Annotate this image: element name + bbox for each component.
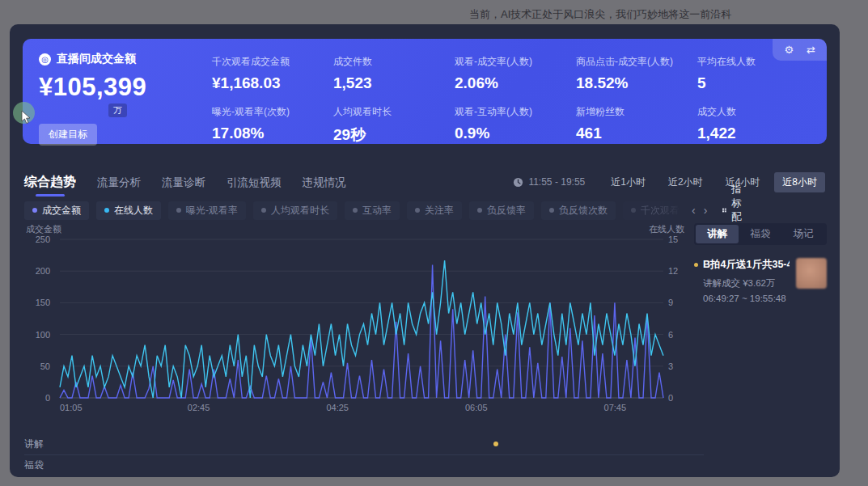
main-tab-4[interactable]: 违规情况 bbox=[303, 175, 346, 190]
grid-icon bbox=[722, 205, 726, 215]
metric-1: 成交件数1,523 bbox=[333, 55, 448, 92]
time-range-text: 11:55 - 19:55 bbox=[528, 176, 585, 188]
y-tick-left: 0 bbox=[10, 393, 50, 403]
metric-label: 千次观看成交金额 bbox=[212, 55, 327, 69]
time-range-button-1[interactable]: 近2小时 bbox=[660, 172, 711, 192]
legend-chip-5[interactable]: 关注率 bbox=[407, 201, 462, 220]
metric-label: 曝光-观看率(次数) bbox=[212, 105, 327, 119]
time-range-button-0[interactable]: 近1小时 bbox=[603, 172, 654, 192]
metric-8: 新增粉丝数461 bbox=[576, 105, 691, 146]
left-axis-title: 成交金额 bbox=[26, 223, 61, 235]
y-tick-right: 15 bbox=[668, 235, 678, 244]
scroll-next-icon[interactable]: › bbox=[704, 204, 708, 217]
legend-dot bbox=[477, 208, 482, 213]
legend-chip-label: 在线人数 bbox=[114, 204, 153, 218]
metric-value: 17.08% bbox=[212, 125, 327, 142]
legend-chip-8[interactable]: 千次观看 bbox=[623, 201, 683, 220]
legend-chip-2[interactable]: 曝光-观看率 bbox=[168, 201, 246, 220]
metric-label: 成交件数 bbox=[333, 55, 448, 69]
metric-value: 1,422 bbox=[697, 125, 812, 142]
panel-tab-0[interactable]: 讲解 bbox=[696, 225, 739, 243]
legend-chip-7[interactable]: 负反馈次数 bbox=[541, 201, 616, 220]
item-time-range: 06:49:27 ~ 19:55:48 bbox=[703, 294, 790, 303]
legend-chip-3[interactable]: 人均观看时长 bbox=[253, 201, 337, 220]
panel-tab-1[interactable]: 福袋 bbox=[739, 225, 781, 243]
legend-chip-0[interactable]: 成交金额 bbox=[24, 201, 89, 220]
metric-2: 观看-成交率(人数)2.06% bbox=[455, 55, 569, 92]
x-tick: 01:05 bbox=[60, 403, 83, 412]
legend-chip-1[interactable]: 在线人数 bbox=[96, 201, 161, 220]
metric-value: 18.52% bbox=[576, 74, 691, 92]
trend-chart-plot[interactable] bbox=[60, 239, 663, 398]
metric-7: 观看-互动率(人数)0.9% bbox=[455, 105, 569, 146]
track-label: 讲解 bbox=[24, 437, 44, 451]
y-tick-left: 100 bbox=[10, 330, 50, 340]
x-tick: 07:45 bbox=[604, 403, 627, 412]
y-tick-right: 3 bbox=[668, 361, 673, 371]
legend-chip-label: 千次观看 bbox=[641, 204, 680, 218]
metric-value: 2.06% bbox=[455, 74, 569, 92]
gmv-value: ¥105,399 bbox=[39, 73, 201, 102]
legend-chips: 成交金额在线人数曝光-观看率人均观看时长互动率关注率负反馈率负反馈次数千次观看 bbox=[24, 201, 683, 220]
main-tab-0[interactable]: 综合趋势 bbox=[24, 174, 76, 191]
main-tabs: 综合趋势流量分析流量诊断引流短视频违规情况 bbox=[24, 174, 346, 191]
main-tab-1[interactable]: 流量分析 bbox=[97, 175, 141, 190]
y-tick-right: 9 bbox=[668, 298, 673, 307]
gmv-banner: ◎ 直播间成交金额 ¥105,399 万 创建目标 千次观看成交金额¥1,168… bbox=[23, 39, 827, 144]
item-body: B拍4斤送1斤共35-4... 讲解成交 ¥3.62万 06:49:27 ~ 1… bbox=[703, 258, 790, 303]
target-icon: ◎ bbox=[39, 53, 51, 66]
product-thumbnail bbox=[796, 258, 827, 289]
legend-chip-label: 关注率 bbox=[425, 204, 454, 218]
gmv-unit-badge: 万 bbox=[108, 104, 127, 117]
gmv-title-row: ◎ 直播间成交金额 bbox=[39, 52, 201, 66]
metric-label: 商品点击-成交率(人数) bbox=[576, 55, 691, 69]
legend-chip-label: 成交金额 bbox=[42, 204, 81, 218]
scroll-prev-icon[interactable]: ‹ bbox=[692, 204, 696, 217]
legend-dot bbox=[104, 208, 109, 213]
metric-label: 新增粉丝数 bbox=[576, 105, 691, 119]
create-goal-button[interactable]: 创建目标 bbox=[39, 124, 97, 146]
explain-item[interactable]: B拍4斤送1斤共35-4... 讲解成交 ¥3.62万 06:49:27 ~ 1… bbox=[694, 258, 827, 303]
series-line-gmv bbox=[60, 264, 663, 398]
y-tick-left: 200 bbox=[10, 266, 50, 276]
event-tracks: 讲解福袋 bbox=[24, 433, 704, 475]
legend-dot bbox=[415, 208, 420, 213]
trend-chart-svg bbox=[60, 239, 663, 398]
swap-icon[interactable]: ⇄ bbox=[807, 44, 815, 56]
trend-chart-area: 成交金额 在线人数 25020015010050015129630 01:050… bbox=[10, 222, 704, 420]
legend-row: 成交金额在线人数曝光-观看率人均观看时长互动率关注率负反馈率负反馈次数千次观看 … bbox=[24, 201, 696, 219]
legend-dot bbox=[176, 208, 181, 213]
track-row-1: 福袋 bbox=[24, 454, 704, 475]
legend-dot bbox=[549, 208, 554, 213]
item-status-dot bbox=[694, 263, 698, 267]
legend-chip-label: 负反馈率 bbox=[487, 204, 526, 218]
panel-tab-2[interactable]: 场记 bbox=[782, 225, 825, 243]
metric-3: 商品点击-成交率(人数)18.52% bbox=[576, 55, 691, 92]
gear-icon[interactable]: ⚙ bbox=[784, 44, 794, 56]
track-label: 福袋 bbox=[24, 459, 44, 472]
y-tick-right: 0 bbox=[668, 393, 673, 403]
x-tick: 02:45 bbox=[188, 403, 210, 412]
y-tick-right: 6 bbox=[668, 330, 673, 340]
explain-panel-tabs: 讲解福袋场记 bbox=[694, 223, 827, 245]
metric-value: 29秒 bbox=[333, 125, 448, 146]
banner-metrics-grid: 千次观看成交金额¥1,168.03成交件数1,523观看-成交率(人数)2.06… bbox=[201, 52, 812, 134]
time-range-button-3[interactable]: 近8小时 bbox=[774, 172, 825, 192]
legend-chip-6[interactable]: 负反馈率 bbox=[469, 201, 534, 220]
track-row-0: 讲解 bbox=[24, 433, 704, 454]
legend-dot bbox=[32, 208, 37, 213]
metric-label: 观看-成交率(人数) bbox=[455, 55, 569, 69]
metric-0: 千次观看成交金额¥1,168.03 bbox=[212, 55, 327, 92]
legend-chip-4[interactable]: 互动率 bbox=[345, 201, 400, 220]
metric-label: 成交人数 bbox=[697, 105, 812, 119]
metric-value: ¥1,168.03 bbox=[212, 74, 327, 92]
main-tab-3[interactable]: 引流短视频 bbox=[227, 175, 282, 190]
metric-6: 人均观看时长29秒 bbox=[333, 105, 448, 146]
legend-dot bbox=[631, 208, 636, 213]
event-marker[interactable] bbox=[493, 442, 498, 446]
dashboard-page: 当前，AI技术正处于风口浪尖，我们巧妙地将这一前沿科 ◎ 直播间成交金额 ¥10… bbox=[0, 0, 868, 486]
legend-chip-label: 互动率 bbox=[362, 204, 392, 218]
main-tab-2[interactable]: 流量诊断 bbox=[162, 175, 205, 190]
legend-scroll-arrows: ‹ › bbox=[692, 204, 707, 217]
mouse-cursor-icon bbox=[21, 110, 31, 125]
